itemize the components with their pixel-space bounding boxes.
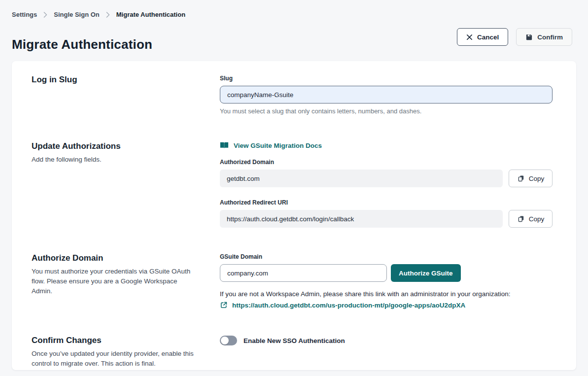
toggle-knob [221, 337, 229, 344]
cancel-button-label: Cancel [477, 34, 499, 41]
workspace-admin-share-text: If you are not a Workspace Admin, please… [220, 290, 553, 298]
chevron-right-icon [106, 12, 110, 18]
section-login-slug: Log in Slug Slug You must select a slug … [32, 75, 553, 115]
breadcrumb-migrate-authentication: Migrate Authentication [116, 11, 185, 18]
copy-icon [517, 174, 525, 182]
slug-label: Slug [220, 75, 553, 82]
enable-sso-toggle[interactable] [220, 336, 237, 345]
copy-authorized-domain-button[interactable]: Copy [509, 170, 553, 187]
section-desc-update-authorizations: Add the following fields. [32, 155, 199, 165]
authorize-gsuite-button[interactable]: Authorize GSuite [391, 264, 461, 282]
breadcrumb: Settings Single Sign On Migrate Authenti… [12, 11, 185, 18]
close-icon [466, 34, 473, 40]
gsuite-domain-input[interactable] [220, 264, 387, 282]
copy-button-label: Copy [529, 175, 545, 182]
gsuite-migration-docs-link[interactable]: View GSuite Migration Docs [220, 141, 322, 149]
section-heading-authorize-domain: Authorize Domain [32, 253, 205, 263]
external-link-icon [220, 301, 228, 309]
slug-input[interactable] [220, 86, 553, 103]
section-heading-login-slug: Log in Slug [32, 75, 205, 85]
header-actions: Cancel Confirm [457, 28, 572, 46]
copy-redirect-uri-button[interactable]: Copy [509, 210, 553, 228]
authorized-domain-label: Authorized Domain [220, 159, 553, 166]
redirect-uri-label: Authorized Redirect URI [220, 199, 553, 206]
redirect-uri-field[interactable] [220, 210, 503, 228]
section-confirm-changes: Confirm Changes Once you’ve updated your… [32, 336, 553, 369]
authorized-domain-field[interactable] [220, 170, 503, 187]
save-icon [525, 34, 533, 41]
page-title: Migrate Authentication [12, 37, 152, 52]
book-icon [220, 141, 229, 149]
enable-sso-toggle-label: Enable New SSO Authentication [243, 337, 345, 344]
admin-share-link-label: https://auth.cloud.getdbt.com/us-product… [232, 302, 465, 309]
chevron-right-icon [43, 12, 47, 18]
section-desc-confirm-changes: Once you’ve updated your identity provid… [32, 349, 199, 369]
section-heading-update-authorizations: Update Authorizations [32, 141, 205, 151]
slug-helper-text: You must select a slug that only contain… [220, 107, 553, 115]
breadcrumb-settings[interactable]: Settings [12, 11, 37, 18]
migrate-authentication-card: Log in Slug Slug You must select a slug … [12, 61, 576, 370]
breadcrumb-single-sign-on[interactable]: Single Sign On [54, 11, 99, 18]
copy-button-label: Copy [529, 215, 545, 223]
gsuite-domain-label: GSuite Domain [220, 253, 553, 260]
admin-share-link[interactable]: https://auth.cloud.getdbt.com/us-product… [220, 301, 553, 309]
gsuite-migration-docs-link-label: View GSuite Migration Docs [234, 142, 322, 149]
section-desc-authorize-domain: You must authorize your credentials via … [32, 267, 199, 296]
section-heading-confirm-changes: Confirm Changes [32, 336, 205, 345]
copy-icon [517, 215, 525, 223]
confirm-button[interactable]: Confirm [516, 28, 572, 46]
confirm-button-label: Confirm [537, 34, 563, 41]
section-update-authorizations: Update Authorizations Add the following … [32, 141, 553, 228]
section-authorize-domain: Authorize Domain You must authorize your… [32, 253, 553, 309]
cancel-button[interactable]: Cancel [457, 28, 508, 46]
